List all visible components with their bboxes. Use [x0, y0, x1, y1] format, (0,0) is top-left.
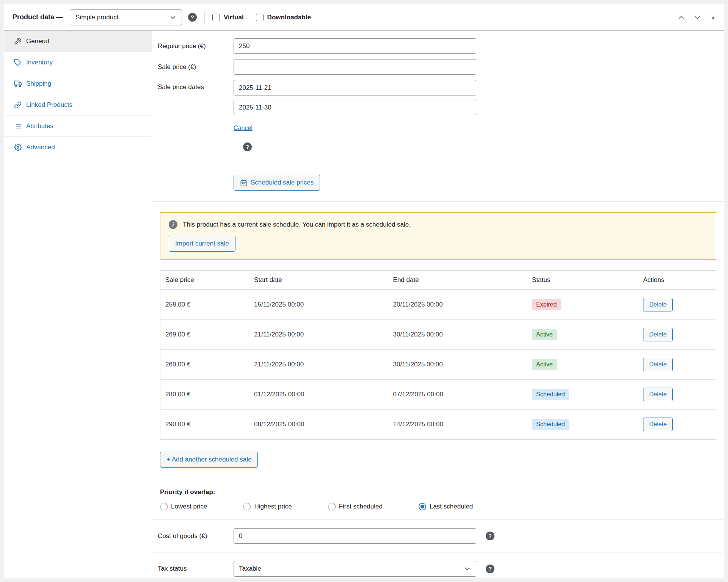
scheduled-sale-prices-button[interactable]: Scheduled sale prices [234, 175, 320, 191]
cost-of-goods-row: Cost of goods (€) ? [158, 528, 716, 544]
actions-cell: Delete [638, 410, 716, 440]
list-icon [14, 122, 22, 130]
panel-header: Product data — Simple product ? Virtual … [4, 4, 724, 31]
table-row: 269,00 € 21/11/2025 00:00 30/11/2025 00:… [160, 320, 716, 350]
delete-button[interactable]: Delete [643, 388, 673, 401]
delete-button[interactable]: Delete [643, 418, 673, 431]
priority-section: Priority if overlap: Lowest price Highes… [152, 479, 724, 519]
radio-button[interactable] [243, 503, 251, 510]
end-date-cell: 07/12/2025 00:00 [388, 380, 527, 410]
product-type-select[interactable]: Simple product [70, 9, 182, 25]
product-data-panel: Product data — Simple product ? Virtual … [4, 4, 724, 578]
move-up-icon[interactable] [676, 13, 686, 22]
start-date-cell: 21/11/2025 00:00 [249, 350, 388, 380]
table-row: 290,00 € 08/12/2025 00:00 14/12/2025 00:… [160, 410, 716, 440]
add-scheduled-sale-label: + Add another scheduled sale [166, 456, 251, 463]
tab-attributes[interactable]: Attributes [4, 116, 152, 137]
calendar-icon [240, 179, 247, 186]
wrench-icon [14, 38, 22, 45]
status-cell: Expired [527, 290, 638, 320]
status-badge: Expired [532, 299, 561, 310]
import-current-sale-button[interactable]: Import current sale [169, 236, 235, 252]
priority-label: Priority if overlap: [160, 488, 716, 496]
sale-price-cell: 269,00 € [160, 320, 249, 350]
sale-dates-help-icon[interactable]: ? [243, 142, 252, 151]
table-row: 258,00 € 15/11/2025 00:00 20/11/2025 00:… [160, 290, 716, 320]
panel-body: General Inventory Shipping Linked Produc… [4, 31, 724, 578]
tab-inventory[interactable]: Inventory [4, 52, 152, 73]
pricing-fields: Regular price (€) Sale price (€) Sale pr… [152, 38, 724, 191]
cost-of-goods-input[interactable] [234, 528, 476, 544]
radio-button[interactable] [328, 503, 336, 510]
start-date-cell: 01/12/2025 00:00 [249, 380, 388, 410]
status-cell: Scheduled [527, 410, 638, 440]
scheduled-sales-table: Sale price Start date End date Status Ac… [160, 270, 716, 440]
header-actions: ▲ [676, 13, 715, 22]
header-end-date: End date [388, 271, 527, 290]
sale-price-cell: 290,00 € [160, 410, 249, 440]
cost-of-goods-help-icon[interactable]: ? [486, 532, 494, 540]
header-start-date: Start date [249, 271, 388, 290]
regular-price-label: Regular price (€) [158, 42, 234, 50]
cost-section: Cost of goods (€) ? [152, 519, 724, 552]
header-divider [204, 11, 205, 23]
tax-status-label: Tax status [158, 565, 234, 573]
tag-icon [14, 59, 22, 66]
downloadable-checkbox[interactable] [256, 14, 264, 21]
tab-shipping[interactable]: Shipping [4, 73, 152, 94]
tab-label: Attributes [26, 122, 53, 130]
tax-status-help-icon[interactable]: ? [486, 565, 494, 573]
table-row: 280,00 € 01/12/2025 00:00 07/12/2025 00:… [160, 380, 716, 410]
general-tab-content: Regular price (€) Sale price (€) Sale pr… [152, 31, 724, 578]
cost-of-goods-label: Cost of goods (€) [158, 532, 234, 540]
product-type-help-icon[interactable]: ? [188, 13, 197, 22]
regular-price-row: Regular price (€) [158, 38, 716, 54]
status-cell: Scheduled [527, 380, 638, 410]
delete-button[interactable]: Delete [643, 328, 673, 341]
radio-last-scheduled[interactable]: Last scheduled [419, 503, 473, 510]
tab-linked-products[interactable]: Linked Products [4, 94, 152, 116]
actions-cell: Delete [638, 380, 716, 410]
tax-status-select[interactable]: Taxable [234, 561, 476, 577]
radio-highest-price[interactable]: Highest price [243, 503, 292, 510]
virtual-checkbox-group[interactable]: Virtual [212, 14, 244, 21]
collapse-panel-icon[interactable]: ▲ [711, 14, 715, 20]
radio-button[interactable] [419, 503, 426, 510]
delete-button[interactable]: Delete [643, 298, 673, 311]
status-badge: Active [532, 329, 557, 340]
sale-price-dates-label: Sale price dates [158, 80, 234, 91]
tab-general[interactable]: General [4, 31, 152, 52]
status-badge: Scheduled [532, 389, 569, 400]
radio-label: First scheduled [339, 503, 383, 510]
sale-price-input[interactable] [234, 59, 476, 75]
sale-date-to-input[interactable] [234, 100, 476, 115]
tab-label: Advanced [26, 144, 55, 151]
actions-cell: Delete [638, 320, 716, 350]
sale-date-from-input[interactable] [234, 80, 476, 95]
radio-first-scheduled[interactable]: First scheduled [328, 503, 383, 510]
scheduled-sale-prices-label: Scheduled sale prices [251, 179, 314, 186]
sale-price-row: Sale price (€) [158, 59, 716, 75]
end-date-cell: 14/12/2025 00:00 [388, 410, 527, 440]
product-type-value: Simple product [75, 14, 118, 21]
table-row: 260,00 € 21/11/2025 00:00 30/11/2025 00:… [160, 350, 716, 380]
virtual-checkbox[interactable] [212, 14, 220, 21]
tab-advanced[interactable]: Advanced [4, 137, 152, 158]
sale-price-dates-stack: Cancel ? [234, 80, 476, 151]
gear-icon [14, 144, 22, 151]
cancel-sale-dates-link[interactable]: Cancel [234, 125, 476, 131]
radio-lowest-price[interactable]: Lowest price [160, 503, 207, 510]
regular-price-input[interactable] [234, 38, 476, 54]
tab-label: Linked Products [26, 101, 72, 109]
tax-status-value: Taxable [239, 565, 261, 573]
delete-button[interactable]: Delete [643, 358, 673, 371]
end-date-cell: 20/11/2025 00:00 [388, 290, 527, 320]
sale-price-cell: 280,00 € [160, 380, 249, 410]
radio-button[interactable] [160, 503, 168, 510]
radio-label: Highest price [254, 503, 292, 510]
move-down-icon[interactable] [692, 13, 702, 22]
start-date-cell: 21/11/2025 00:00 [249, 320, 388, 350]
downloadable-checkbox-group[interactable]: Downloadable [256, 14, 311, 21]
add-scheduled-sale-button[interactable]: + Add another scheduled sale [160, 452, 258, 468]
chevron-down-icon [463, 565, 471, 573]
